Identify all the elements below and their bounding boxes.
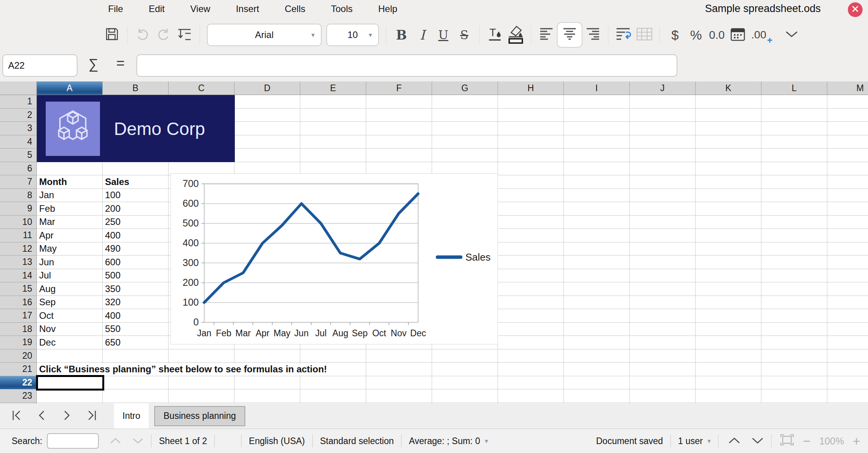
cell-L1[interactable]	[761, 95, 827, 109]
add-decimal-button[interactable]: .00 +	[750, 22, 767, 47]
cell-E5[interactable]	[300, 149, 366, 162]
selection-mode[interactable]: Standard selection	[320, 436, 394, 446]
cell-L8[interactable]	[761, 189, 827, 202]
column-header-E[interactable]: E	[300, 81, 366, 95]
zoom-level[interactable]: 100%	[819, 436, 844, 447]
grid-corner[interactable]	[0, 81, 37, 95]
cell-H5[interactable]	[498, 149, 564, 162]
cell-G22[interactable]	[432, 376, 498, 390]
cell-K16[interactable]	[696, 296, 761, 309]
cell-J14[interactable]	[630, 269, 696, 283]
row-header-22[interactable]: 22	[0, 376, 37, 390]
row-header-12[interactable]: 12	[0, 242, 37, 256]
row-header-21[interactable]: 21	[0, 363, 37, 376]
search-next-button[interactable]	[132, 436, 144, 446]
cell-H13[interactable]	[498, 256, 564, 269]
cell-A23[interactable]	[37, 389, 103, 403]
column-header-B[interactable]: B	[103, 81, 169, 95]
cell-K15[interactable]	[696, 282, 761, 296]
cell-H14[interactable]	[498, 269, 564, 283]
cell-I5[interactable]	[564, 149, 630, 162]
cell-K19[interactable]	[696, 336, 761, 349]
align-right-button[interactable]	[584, 22, 601, 47]
cell-H23[interactable]	[498, 389, 564, 403]
row-header-15[interactable]: 15	[0, 282, 37, 296]
row-header-2[interactable]: 2	[0, 109, 37, 122]
demo-corp-banner[interactable]: Demo Corp	[37, 95, 235, 162]
cell-E23[interactable]	[300, 389, 366, 403]
cell-M14[interactable]	[827, 269, 868, 283]
menu-item-tools[interactable]: Tools	[318, 3, 365, 14]
cell-F23[interactable]	[366, 389, 432, 403]
sheet-tab-business-planning[interactable]: Business planning	[154, 406, 245, 426]
row-header-18[interactable]: 18	[0, 323, 37, 336]
cell-I16[interactable]	[564, 296, 630, 309]
cell-L15[interactable]	[761, 282, 827, 296]
cell-K6[interactable]	[696, 162, 761, 176]
menu-item-edit[interactable]: Edit	[136, 3, 177, 14]
column-header-A[interactable]: A	[37, 81, 103, 95]
row-header-23[interactable]: 23	[0, 389, 37, 403]
cell-A17[interactable]: Oct	[37, 309, 103, 323]
cell-H8[interactable]	[498, 189, 564, 202]
cell-A18[interactable]: Nov	[37, 323, 103, 336]
cell-M19[interactable]	[827, 336, 868, 349]
undo-button[interactable]	[134, 22, 151, 47]
column-header-K[interactable]: K	[696, 81, 761, 95]
scroll-down-button[interactable]	[751, 436, 764, 446]
cell-F20[interactable]	[366, 349, 432, 363]
cell-I14[interactable]	[564, 269, 630, 283]
cell-I20[interactable]	[564, 349, 630, 363]
cell-H22[interactable]	[498, 376, 564, 390]
cell-I23[interactable]	[564, 389, 630, 403]
toolbar-more-button[interactable]	[783, 22, 800, 47]
cell-M20[interactable]	[827, 349, 868, 363]
cell-I21[interactable]	[564, 363, 630, 376]
cell-M9[interactable]	[827, 202, 868, 216]
cell-M21[interactable]	[827, 363, 868, 376]
cell-K3[interactable]	[696, 122, 761, 135]
cell-I2[interactable]	[564, 109, 630, 122]
row-header-3[interactable]: 3	[0, 122, 37, 135]
cell-J10[interactable]	[630, 216, 696, 229]
strikethrough-button[interactable]: S	[456, 22, 473, 47]
cell-H18[interactable]	[498, 323, 564, 336]
cell-L14[interactable]	[761, 269, 827, 283]
cell-J23[interactable]	[630, 389, 696, 403]
last-sheet-button[interactable]	[84, 408, 99, 424]
cell-J22[interactable]	[630, 376, 696, 390]
cell-H20[interactable]	[498, 349, 564, 363]
users-indicator[interactable]: 1 user	[678, 436, 703, 446]
menu-item-file[interactable]: File	[95, 3, 136, 14]
cell-I7[interactable]	[564, 175, 630, 189]
cell-B17[interactable]: 400	[103, 309, 169, 323]
cell-I19[interactable]	[564, 336, 630, 349]
cell-J3[interactable]	[630, 122, 696, 135]
cell-M11[interactable]	[827, 229, 868, 242]
cell-J12[interactable]	[630, 242, 696, 256]
cell-K17[interactable]	[696, 309, 761, 323]
cell-H19[interactable]	[498, 336, 564, 349]
cell-G2[interactable]	[432, 109, 498, 122]
cell-M22[interactable]	[827, 376, 868, 390]
merge-cells-button[interactable]	[636, 22, 653, 47]
cell-E1[interactable]	[300, 95, 366, 109]
cell-B12[interactable]: 490	[103, 242, 169, 256]
cell-K22[interactable]	[696, 376, 761, 390]
row-header-5[interactable]: 5	[0, 149, 37, 162]
row-header-9[interactable]: 9	[0, 202, 37, 216]
cell-G20[interactable]	[432, 349, 498, 363]
cell-M12[interactable]	[827, 242, 868, 256]
cell-A15[interactable]: Aug	[37, 282, 103, 296]
cell-H6[interactable]	[498, 162, 564, 176]
aggregate-dropdown-icon[interactable]: ▾	[485, 437, 488, 445]
cell-K5[interactable]	[696, 149, 761, 162]
formula-input[interactable]	[136, 54, 677, 77]
cell-G1[interactable]	[432, 95, 498, 109]
cell-E22[interactable]	[300, 376, 366, 390]
cell-B7[interactable]: Sales	[103, 175, 169, 189]
cell-M2[interactable]	[827, 109, 868, 122]
wrap-text-button[interactable]	[615, 22, 632, 47]
cell-J1[interactable]	[630, 95, 696, 109]
cell-M4[interactable]	[827, 135, 868, 149]
